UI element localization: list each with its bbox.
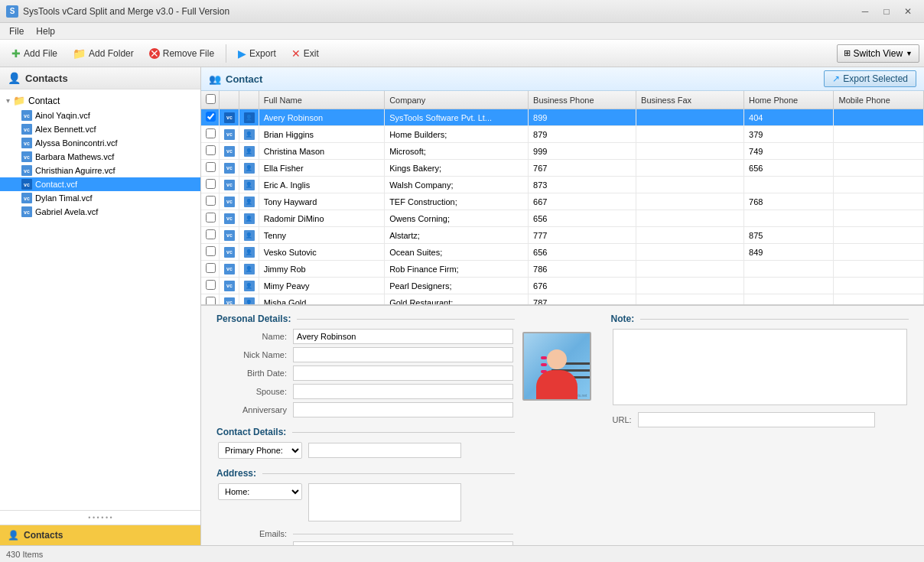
name-input[interactable] — [293, 329, 513, 344]
sidebar-item-alyssa[interactable]: vc Alyssa Bonincontri.vcf — [0, 136, 200, 150]
sidebar-item-alex[interactable]: vc Alex Bennett.vcf — [0, 122, 200, 136]
minimize-button[interactable]: ─ — [855, 4, 875, 19]
row-checkbox[interactable] — [206, 112, 216, 122]
row-contact-icon: 👤 — [244, 197, 255, 207]
table-row[interactable]: vc 👤 Vesko Sutovic Ocean Suites; 656 849 — [201, 244, 924, 261]
row-icon1-cell: vc — [219, 126, 239, 143]
export-icon: ▶ — [238, 47, 246, 60]
col-mobile-phone[interactable]: Mobile Phone — [834, 91, 924, 109]
remove-file-button[interactable]: ✕ Remove File — [142, 44, 221, 63]
col-business-phone[interactable]: Business Phone — [529, 91, 636, 109]
row-checkbox[interactable] — [206, 213, 216, 223]
row-checkbox[interactable] — [206, 196, 216, 206]
row-fullname[interactable]: Tenny — [259, 227, 384, 244]
row-checkbox[interactable] — [206, 145, 216, 155]
row-checkbox-cell — [201, 177, 219, 193]
table-row[interactable]: vc 👤 Avery Robinson SysTools Software Pv… — [201, 109, 924, 126]
row-checkbox[interactable] — [206, 128, 216, 138]
table-row[interactable]: vc 👤 Tony Hayward TEF Construction; 667 … — [201, 193, 924, 210]
exit-button[interactable]: ✕ Exit — [285, 44, 326, 63]
row-icon2-cell: 👤 — [239, 160, 259, 177]
primary-phone-select[interactable]: Primary Phone: Home Phone: Work Phone: M… — [218, 442, 302, 459]
add-file-button[interactable]: ✚ Add File — [5, 44, 64, 63]
table-row[interactable]: vc 👤 Tenny Alstartz; 777 875 — [201, 227, 924, 244]
sidebar-item-contact[interactable]: vc Contact.vcf — [0, 177, 200, 191]
table-row[interactable]: vc 👤 Brian Higgins Home Builders; 879 37… — [201, 126, 924, 143]
note-textarea[interactable] — [613, 329, 908, 405]
row-business-fax — [636, 294, 744, 306]
menu-help[interactable]: Help — [30, 24, 61, 38]
note-label: Note: — [611, 313, 635, 324]
menu-file[interactable]: File — [3, 24, 30, 38]
row-fullname[interactable]: Misha Gold — [259, 294, 384, 306]
table-row[interactable]: vc 👤 Christina Mason Microsoft; 999 749 — [201, 143, 924, 160]
row-home-phone — [744, 294, 834, 306]
row-fullname[interactable]: Christina Mason — [259, 143, 384, 160]
spouse-input[interactable] — [293, 384, 513, 399]
row-type-icon: vc — [224, 146, 235, 157]
col-business-fax[interactable]: Business Fax — [636, 91, 744, 109]
table-row[interactable]: vc 👤 Eric A. Inglis Walsh Company; 873 — [201, 177, 924, 193]
section-divider — [297, 319, 514, 320]
maximize-button[interactable]: □ — [877, 4, 896, 19]
export-button[interactable]: ▶ Export — [231, 44, 283, 63]
contact-details-header: Contact Details: — [209, 422, 522, 440]
row-fullname[interactable]: Ella Fisher — [259, 160, 384, 177]
photo-body — [536, 370, 578, 399]
row-fullname[interactable]: Vesko Sutovic — [259, 244, 384, 261]
table-row[interactable]: vc 👤 Mimy Peavy Pearl Designers; 676 — [201, 278, 924, 294]
sidebar-item-christhian[interactable]: vc Christhian Aguirre.vcf — [0, 164, 200, 177]
sidebar-item-barbara[interactable]: vc Barbara Mathews.vcf — [0, 150, 200, 164]
col-fullname[interactable]: Full Name — [259, 91, 384, 109]
row-fullname[interactable]: Jimmy Rob — [259, 261, 384, 278]
address-textarea[interactable] — [308, 483, 461, 521]
sidebar-item-dylan[interactable]: vc Dylan Timal.vcf — [0, 191, 200, 205]
close-button[interactable]: ✕ — [898, 4, 918, 19]
row-fullname[interactable]: Tony Hayward — [259, 193, 384, 210]
nick-name-input[interactable] — [293, 347, 513, 362]
table-row[interactable]: vc 👤 Ella Fisher Kings Bakery; 767 656 — [201, 160, 924, 177]
url-input[interactable] — [638, 412, 875, 427]
table-row[interactable]: vc 👤 Radomir DiMino Owens Corning; 656 — [201, 210, 924, 227]
address-type-select[interactable]: Home: Work: Other: — [218, 483, 302, 500]
vcf-icon: vc — [21, 165, 32, 176]
anniversary-input[interactable] — [293, 402, 513, 417]
row-checkbox[interactable] — [206, 162, 216, 172]
nick-name-field-row: Nick Name: — [218, 347, 513, 362]
col-company[interactable]: Company — [385, 91, 529, 109]
tree-root-label: Contact — [28, 96, 60, 106]
row-mobile-phone — [834, 278, 924, 294]
row-home-phone: 404 — [744, 109, 834, 126]
sidebar-item-gabriel[interactable]: vc Gabriel Avela.vcf — [0, 205, 200, 219]
row-fullname[interactable]: Mimy Peavy — [259, 278, 384, 294]
row-icon2-cell: 👤 — [239, 177, 259, 193]
switch-view-button[interactable]: ⊞ Switch View ▼ — [837, 44, 919, 63]
row-contact-icon: 👤 — [244, 180, 255, 190]
sidebar-item-ainol[interactable]: vc Ainol Yaqin.vcf — [0, 109, 200, 122]
table-row[interactable]: vc 👤 Misha Gold Gold Restaurant; 787 — [201, 294, 924, 306]
row-checkbox[interactable] — [206, 246, 216, 256]
note-divider — [640, 319, 909, 320]
primary-phone-input[interactable] — [308, 443, 461, 458]
email-input[interactable] — [293, 541, 513, 545]
tree-root-folder[interactable]: ▾ 📁 Contact — [0, 93, 200, 109]
export-selected-button[interactable]: ↗ Export Selected — [824, 70, 916, 87]
table-row[interactable]: vc 👤 Jimmy Rob Rob Finance Firm; 786 — [201, 261, 924, 278]
row-checkbox[interactable] — [206, 229, 216, 239]
col-home-phone[interactable]: Home Phone — [744, 91, 834, 109]
row-fullname[interactable]: Eric A. Inglis — [259, 177, 384, 193]
row-checkbox[interactable] — [206, 297, 216, 305]
birth-date-input[interactable] — [293, 365, 513, 381]
row-business-fax — [636, 109, 744, 126]
row-checkbox[interactable] — [206, 280, 216, 290]
row-fullname[interactable]: Radomir DiMino — [259, 210, 384, 227]
row-fullname[interactable]: Brian Higgins — [259, 126, 384, 143]
row-icon1-cell: vc — [219, 160, 239, 177]
select-all-checkbox[interactable] — [206, 94, 216, 104]
row-business-fax — [636, 227, 744, 244]
row-checkbox[interactable] — [206, 179, 216, 189]
row-type-icon: vc — [224, 129, 235, 140]
add-folder-button[interactable]: 📁 Add Folder — [66, 44, 141, 63]
row-fullname[interactable]: Avery Robinson — [259, 109, 384, 126]
row-checkbox[interactable] — [206, 263, 216, 273]
